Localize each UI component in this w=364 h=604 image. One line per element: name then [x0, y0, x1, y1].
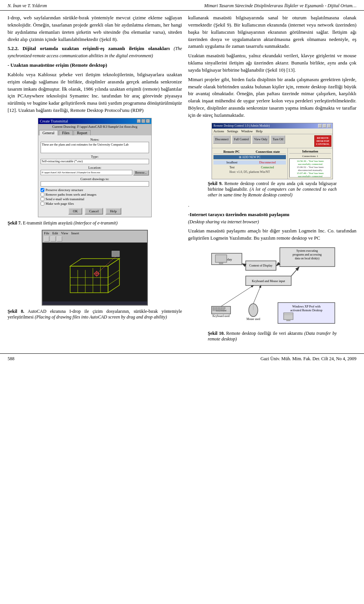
figure-9-container: Remote Desktop Control 1.0 (Admin Module… [188, 123, 356, 198]
dot-separator: . [188, 202, 356, 209]
location-input[interactable]: F:\apps\AutoCAD Architectural 2\Sample\1… [41, 170, 132, 175]
right-para4: Uzaktan masaüstü paylaşımı amaçlı bir di… [188, 227, 356, 242]
autocad-screenshot: FileEditViewInsert [42, 230, 148, 306]
rdc-content: Remote PC Connection state ⊞ ADD NEW PC … [212, 148, 333, 179]
svg-text:Windows XP Prof with: Windows XP Prof with [292, 305, 320, 308]
rdc-menu-window[interactable]: Window [241, 129, 253, 133]
rdc-logo: REMOTEDESKTOPCONTROL [314, 135, 331, 147]
right-para2: Uzaktan masaüstü bağlantısı, yalnız ekra… [188, 52, 356, 74]
rdc-menu-actions[interactable]: Actions [213, 129, 224, 133]
location-input-row: F:\apps\AutoCAD Architectural 2\Sample\1… [41, 170, 149, 176]
tab-report[interactable]: Report [74, 130, 91, 135]
cancel-btn[interactable]: Cancel [85, 208, 103, 215]
maximize-btn[interactable]: □ [141, 119, 145, 123]
svg-line-10 [108, 270, 119, 278]
etransmit-form: Notes: These are the plans and cost esti… [38, 135, 151, 217]
fig7-caption: Şekil 7. E-transmit iletişim arayüzü (In… [8, 220, 182, 226]
rdc-menu-help[interactable]: Help [256, 129, 263, 133]
rdc-header-remote: Remote PC [213, 150, 250, 154]
notes-input[interactable]: These are the plans and cost estimates f… [41, 142, 149, 153]
autocad-viewport [42, 243, 147, 301]
svg-rect-47 [218, 309, 222, 311]
rdc-minimize[interactable]: _ [318, 124, 322, 128]
checkboxes-group: Preserve directory structure Remove path… [41, 188, 149, 206]
svg-line-31 [291, 267, 299, 276]
rdc-right-panel: Information Connections: 1 14:56:30 - 'T… [288, 148, 333, 179]
minimize-btn[interactable]: _ [137, 119, 141, 123]
tool-btn-2[interactable] [50, 236, 56, 242]
rdc-screenshot: Remote Desktop Control 1.0 (Admin Module… [212, 123, 333, 179]
svg-text:programs and accessing: programs and accessing [293, 253, 322, 256]
help-btn[interactable]: Help [105, 208, 121, 215]
notes-row: Notes: These are the plans and cost esti… [41, 138, 149, 153]
header-right: Mimari Tasarım Sürecinde Disiplinleraras… [204, 3, 356, 9]
etransmit-tabs[interactable]: General Files Report [38, 129, 151, 135]
figure-8-container: FileEditViewInsert [8, 230, 182, 320]
svg-rect-45 [213, 309, 215, 311]
autocad-menubar: FileEditViewInsert [42, 231, 147, 236]
convert-input[interactable] [41, 181, 149, 187]
close-btn[interactable]: × [146, 119, 150, 123]
rdc-pc-localhost: localhost [214, 161, 250, 164]
left-para2: Kablolu veya Kablosuz şebeke veri iletiş… [8, 71, 182, 114]
rdc-win-buttons: _ □ × [318, 124, 331, 128]
internet-title: -Internet tarayıcı üzerinden masaüstü pa… [188, 211, 356, 226]
svg-text:Content of Display: Content of Display [249, 264, 273, 267]
autocad-toolbar [42, 236, 147, 243]
rdc-btn-turnoff[interactable]: Turn Off [271, 135, 285, 144]
svg-rect-24 [219, 262, 223, 264]
page-header: N. İnan ve T. Yıldırım Mimari Tasarım Sü… [0, 0, 364, 11]
page-content: I-drop, web sayfalarından sürükle-bırak … [0, 11, 364, 350]
check-preserve[interactable]: Preserve directory structure [41, 188, 149, 192]
etransmit-screenshot: Create Transmittal _ □ × Current Drawing… [38, 118, 152, 217]
svg-rect-0 [59, 281, 131, 297]
rdc-title: Remote Desktop Control 1.0 (Admin Module… [213, 124, 270, 128]
svg-line-16 [97, 257, 116, 274]
type-row: Type: Self-extracting executable (*.exe) [41, 155, 149, 164]
rdc-btn-fullcontrol[interactable]: Full Control [232, 135, 251, 144]
svg-rect-48 [223, 309, 224, 311]
tab-general[interactable]: General [39, 130, 58, 135]
rdc-log-2: 15:06:52 - 'Test' has been disconnected … [290, 166, 330, 172]
svg-rect-23 [215, 255, 227, 262]
tool-btn-1[interactable] [44, 236, 49, 242]
check-email[interactable]: Send e-mail with transmittal [41, 197, 149, 201]
rdc-menu-settings[interactable]: Settings [227, 129, 238, 133]
rdc-btn-viewonly[interactable]: View Only [252, 135, 269, 144]
rdc-status-test: Connected [250, 166, 286, 169]
svg-line-28 [243, 264, 246, 265]
rdc-row-localhost[interactable]: localhost Disconnected [213, 160, 286, 165]
ok-btn[interactable]: OK [68, 208, 82, 215]
svg-text:System executing: System executing [297, 249, 318, 253]
tool-btn-3[interactable] [57, 236, 62, 242]
svg-rect-41 [215, 307, 217, 309]
footer-right: Gazi Üniv. Müh. Mim. Fak. Der. Cilt 24, … [260, 356, 356, 362]
rdc-left-panel: Remote PC Connection state ⊞ ADD NEW PC … [212, 148, 288, 179]
left-column: I-drop, web sayfalarından sürükle-bırak … [8, 14, 182, 346]
rdc-log-1: 14:56:30 - 'Test' has been successfully … [290, 160, 330, 166]
rdc-status-localhost: Disconnected [250, 161, 286, 164]
check-webpage[interactable]: Make web page files [41, 202, 149, 206]
header-left: N. İnan ve T. Yıldırım [8, 3, 47, 9]
tab-files[interactable]: Files [59, 130, 73, 135]
figure-10-container: System executing programs and accessing … [188, 246, 356, 342]
browse-btn[interactable]: Browse... [133, 170, 149, 176]
rdc-header-state: Connection state [250, 150, 286, 154]
svg-rect-46 [215, 309, 217, 311]
figure-7-container: Create Transmittal _ □ × Current Drawing… [8, 118, 182, 226]
rd-diagram-svg: System executing programs and accessing … [208, 246, 337, 329]
svg-text:activated Remote Desktop: activated Remote Desktop [290, 309, 322, 312]
rdc-btn-disconnect[interactable]: Disconnect [213, 135, 231, 144]
rdc-info-header: Information [289, 150, 331, 154]
left-para1: I-drop, web sayfalarından sürükle-bırak … [8, 14, 182, 43]
rdc-close[interactable]: × [327, 124, 331, 128]
right-para3: Mimari projeler gibi, birden fazla disip… [188, 76, 356, 119]
rdc-maximize[interactable]: □ [323, 124, 326, 128]
check-remove[interactable]: Remove paths from xrefs and images [41, 193, 149, 196]
rdc-row-test[interactable]: Test Connected [213, 165, 286, 169]
fig9-caption: Şekil 9. Remote desktop control ile aynı… [208, 181, 337, 198]
right-para1: kullanarak masaüstü bilgisayarında sanal… [188, 14, 356, 50]
type-input[interactable]: Self-extracting executable (*.exe) [41, 159, 149, 164]
rdc-titlebar: Remote Desktop Control 1.0 (Admin Module… [212, 123, 333, 129]
rdc-add-btn[interactable]: ⊞ ADD NEW PC [213, 155, 286, 159]
